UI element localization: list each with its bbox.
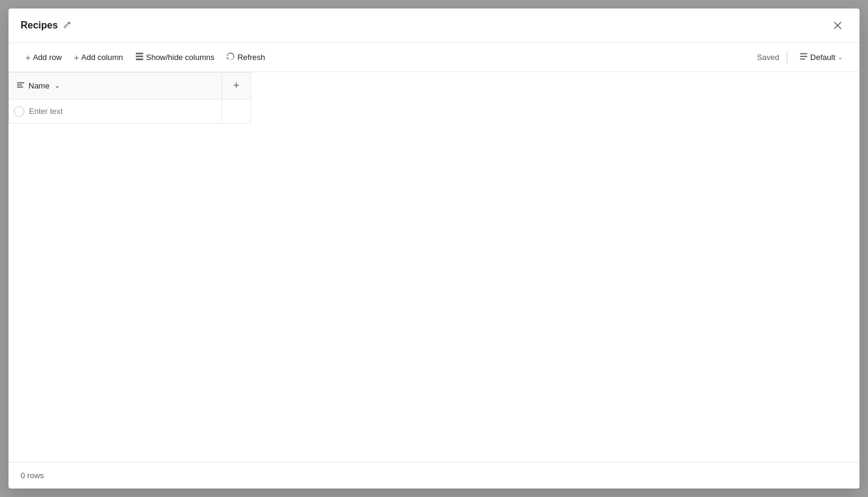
show-hide-label: Show/hide columns — [146, 53, 215, 62]
default-view-label: Default — [810, 53, 835, 62]
svg-rect-3 — [800, 53, 807, 55]
svg-rect-6 — [17, 82, 24, 84]
modal-footer: 0 rows — [8, 462, 860, 489]
modal-header: Recipes — [8, 8, 860, 43]
data-grid: Name ⌄ + — [8, 72, 251, 124]
row-name-input[interactable] — [29, 107, 217, 116]
edit-title-icon[interactable] — [62, 21, 71, 30]
add-column-icon: + — [74, 53, 79, 62]
add-column-header-button[interactable]: + — [222, 73, 251, 99]
toolbar: + Add row + Add column Show/hide columns — [8, 43, 860, 72]
show-hide-columns-button[interactable]: Show/hide columns — [130, 49, 220, 65]
refresh-button[interactable]: Refresh — [221, 49, 270, 65]
refresh-icon — [226, 52, 235, 62]
add-row-label: Add row — [33, 53, 62, 62]
add-column-button[interactable]: + Add column — [69, 50, 128, 65]
toolbar-right: Saved Default ⌄ — [757, 49, 847, 65]
row-add-col-cell — [222, 99, 251, 124]
name-column-header[interactable]: Name ⌄ — [9, 73, 222, 99]
add-column-header: + — [222, 73, 251, 99]
refresh-label: Refresh — [237, 53, 265, 62]
default-lines-icon — [799, 52, 808, 62]
name-column-sort-icon: ⌄ — [55, 82, 59, 89]
toolbar-left: + Add row + Add column Show/hide columns — [21, 49, 270, 65]
table-row — [9, 99, 251, 124]
default-chevron-icon: ⌄ — [838, 54, 843, 61]
svg-rect-8 — [17, 87, 24, 88]
modal-title: Recipes — [21, 20, 58, 31]
name-column-icon — [16, 81, 25, 91]
add-column-label: Add column — [81, 53, 123, 62]
rows-count: 0 rows — [21, 471, 44, 480]
row-select-checkbox[interactable] — [14, 106, 24, 117]
show-hide-icon — [135, 52, 144, 62]
svg-rect-2 — [136, 59, 143, 61]
table-area: Name ⌄ + — [8, 72, 860, 462]
title-area: Recipes — [21, 20, 71, 31]
svg-rect-7 — [17, 84, 22, 85]
default-view-button[interactable]: Default ⌄ — [795, 49, 847, 65]
svg-rect-5 — [800, 59, 806, 60]
add-row-icon: + — [25, 53, 30, 62]
svg-rect-4 — [800, 56, 807, 57]
svg-rect-1 — [136, 56, 143, 58]
saved-status: Saved — [757, 53, 779, 62]
close-button[interactable] — [828, 16, 847, 35]
modal-dialog: Recipes + Add row + Add column — [8, 8, 860, 489]
svg-rect-0 — [136, 53, 143, 55]
row-checkbox-cell — [9, 99, 222, 124]
toolbar-divider — [787, 52, 787, 64]
add-row-button[interactable]: + Add row — [21, 50, 67, 65]
name-column-label: Name — [29, 81, 50, 90]
